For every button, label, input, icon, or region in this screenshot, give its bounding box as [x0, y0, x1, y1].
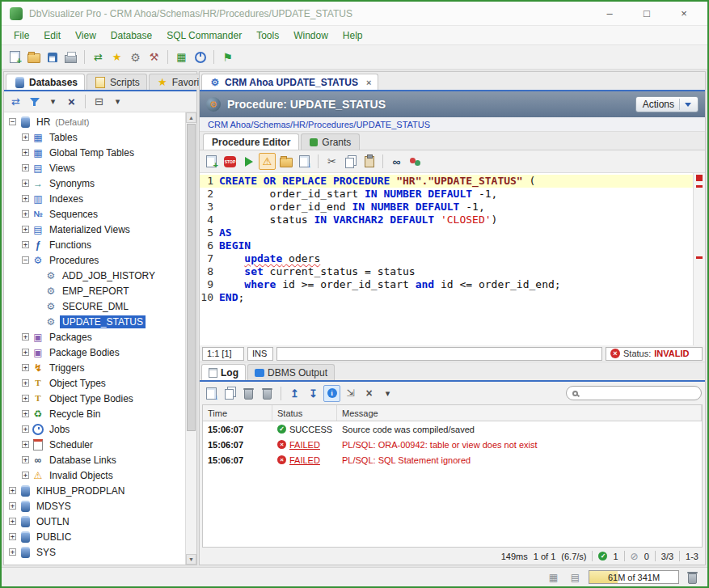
window-status-icon[interactable]	[567, 569, 584, 586]
open-icon[interactable]	[277, 153, 294, 170]
print-icon[interactable]	[62, 49, 79, 66]
tree-expand-icon[interactable]: +	[22, 379, 29, 387]
search-input[interactable]	[582, 387, 695, 399]
scrollbar-thumb[interactable]	[187, 124, 196, 431]
log-row[interactable]: 15:06:07FAILEDPL/SQL: SQL Statement igno…	[203, 452, 702, 467]
maximize-button[interactable]: □	[631, 7, 662, 19]
sort-menu-icon[interactable]	[109, 93, 126, 110]
tree-expand-icon[interactable]: +	[9, 533, 16, 540]
actions-button[interactable]: Actions	[635, 96, 698, 112]
tab-close-icon[interactable]: ×	[366, 78, 371, 87]
autoscroll-icon[interactable]	[323, 385, 340, 402]
log-search[interactable]	[566, 386, 702, 400]
save-icon[interactable]	[44, 49, 61, 66]
tree-expand-icon[interactable]: +	[22, 195, 29, 202]
scrollbar-up-button[interactable]	[186, 112, 196, 123]
tree-expand-icon[interactable]: +	[22, 425, 29, 433]
menu-sql-commander[interactable]: SQL Commander	[159, 27, 249, 44]
tree-collapse-icon[interactable]: −	[22, 256, 29, 264]
tree-item[interactable]: +Tables	[4, 129, 185, 145]
tree-item[interactable]: SECURE_DML	[4, 298, 185, 314]
tree-item[interactable]: +Views	[4, 160, 185, 176]
driver-manager-icon[interactable]	[146, 49, 162, 66]
filter-menu-icon[interactable]	[44, 93, 61, 110]
error-mark[interactable]	[696, 185, 703, 188]
execute-icon[interactable]	[240, 153, 257, 170]
tree-expand-icon[interactable]: +	[22, 333, 29, 341]
clear-log-icon[interactable]	[240, 385, 257, 402]
tree-expand-icon[interactable]: +	[22, 441, 29, 448]
menu-edit[interactable]: Edit	[36, 27, 68, 44]
tree-expand-icon[interactable]: +	[22, 180, 29, 187]
tree-expand-icon[interactable]: +	[22, 456, 29, 463]
menu-file[interactable]: File	[6, 27, 36, 44]
more-menu-icon[interactable]	[379, 385, 396, 402]
tree-expand-icon[interactable]: +	[9, 487, 16, 494]
column-status[interactable]: Status	[272, 405, 337, 421]
tree-expand-icon[interactable]: +	[22, 364, 29, 371]
tree-item[interactable]: +Package Bodies	[4, 345, 185, 360]
tree-item[interactable]: +Materialized Views	[4, 222, 185, 237]
tree-expand-icon[interactable]: +	[22, 164, 29, 171]
scroll-bottom-icon[interactable]	[305, 385, 322, 402]
tree-item[interactable]: +Object Types	[4, 375, 185, 391]
settings-icon[interactable]	[127, 49, 144, 66]
tab-databases[interactable]: Databases	[6, 74, 85, 90]
column-time[interactable]: Time	[203, 405, 272, 421]
tree-expand-icon[interactable]: +	[22, 349, 29, 356]
copy-icon[interactable]	[222, 385, 238, 402]
tree-item[interactable]: +Database Links	[4, 452, 185, 467]
tree-item[interactable]: +Jobs	[4, 421, 185, 437]
tree-item[interactable]: −HR (Default)	[4, 114, 185, 129]
tree-item[interactable]: +Recycle Bin	[4, 406, 185, 421]
tree-item[interactable]: UPDATE_STATUS	[4, 314, 185, 329]
export-icon[interactable]	[296, 153, 313, 170]
garbage-collect-icon[interactable]	[684, 569, 701, 586]
menu-view[interactable]: View	[68, 27, 103, 44]
error-overview-icon[interactable]	[696, 175, 703, 181]
copy-icon[interactable]	[342, 153, 359, 170]
sync-icon[interactable]	[7, 93, 24, 110]
column-message[interactable]: Message	[337, 405, 702, 421]
favorites-icon[interactable]	[108, 49, 125, 66]
tree-expand-icon[interactable]: +	[22, 133, 29, 141]
collapse-all-icon[interactable]	[91, 93, 108, 110]
scroll-top-icon[interactable]	[286, 385, 303, 402]
minimize-button[interactable]: –	[594, 7, 625, 19]
clear-entries-icon[interactable]	[361, 385, 378, 402]
code-editor[interactable]: 1CREATE OR REPLACE PROCEDURE "HR"."UPDAT…	[200, 173, 693, 345]
new-procedure-icon[interactable]	[203, 153, 220, 170]
open-folder-icon[interactable]	[25, 49, 42, 66]
tab-procedure-editor[interactable]: Procedure Editor	[203, 133, 299, 150]
menu-database[interactable]: Database	[103, 27, 159, 44]
new-file-icon[interactable]	[6, 49, 23, 66]
clear-filter-icon[interactable]	[63, 93, 80, 110]
tab-scripts[interactable]: Scripts	[87, 74, 147, 90]
tree-item[interactable]: +Scheduler	[4, 437, 185, 452]
tab-grants[interactable]: Grants	[301, 133, 360, 150]
menu-help[interactable]: Help	[336, 27, 370, 44]
tree-item[interactable]: +Object Type Bodies	[4, 391, 185, 406]
tree-item[interactable]: +Invalid Objects	[4, 467, 185, 483]
tree-item[interactable]: +Functions	[4, 237, 185, 252]
close-button[interactable]: ×	[669, 7, 699, 19]
tree-expand-icon[interactable]: +	[9, 518, 16, 525]
tree-item[interactable]: EMP_REPORT	[4, 283, 185, 298]
error-stripe[interactable]	[693, 173, 705, 345]
tab-log[interactable]: Log	[201, 364, 246, 380]
cut-icon[interactable]	[323, 153, 340, 170]
tree-item[interactable]: +Synonyms	[4, 176, 185, 191]
tree-item[interactable]: −Procedures	[4, 252, 185, 268]
scrollbar-down-button[interactable]	[186, 554, 196, 565]
connect-icon[interactable]	[90, 49, 107, 66]
menu-tools[interactable]: Tools	[249, 27, 286, 44]
paste-icon[interactable]	[361, 153, 378, 170]
filter-icon[interactable]	[26, 93, 43, 110]
fit-columns-icon[interactable]	[342, 385, 359, 402]
tree-expand-icon[interactable]: +	[22, 472, 29, 479]
tab-dbms-output[interactable]: DBMS Output	[247, 364, 335, 380]
stop-icon[interactable]	[222, 153, 238, 170]
sql-commander-icon[interactable]	[219, 49, 236, 66]
grid-status-icon[interactable]	[545, 569, 562, 586]
log-row[interactable]: 15:06:07SUCCESSSource code was compiled/…	[203, 421, 702, 437]
